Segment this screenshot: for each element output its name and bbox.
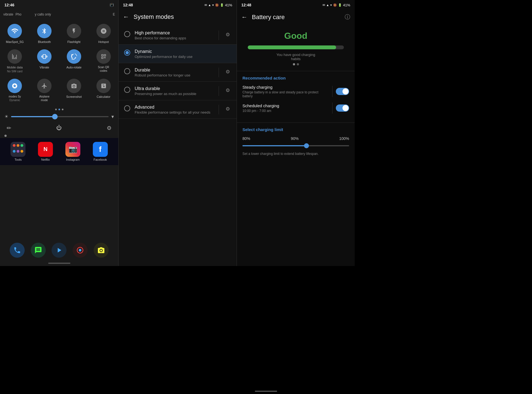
app-netflix[interactable]: N Netflix xyxy=(38,142,53,161)
back-btn-p2[interactable]: ← xyxy=(123,13,129,21)
limit-thumb[interactable] xyxy=(304,143,309,148)
mobiledata-label: Mobile data xyxy=(7,65,23,69)
mode-list: High performance Best choice for demandi… xyxy=(119,26,237,119)
limit-fill xyxy=(242,145,306,146)
battery-bar-fill xyxy=(248,45,336,49)
mode-desc-dynamic: Optimized performance for daily use xyxy=(135,55,231,59)
charging-limit-section: Select charging limit 80% 90% 100% Set a… xyxy=(237,123,355,160)
mode-text-durable: Durable Robust performance for longer us… xyxy=(135,68,213,77)
mode-high-performance[interactable]: High performance Best choice for demandi… xyxy=(119,26,237,45)
battery-desc: You have good charging habits xyxy=(242,53,349,61)
screenshot-label: Screenshot xyxy=(66,95,82,99)
toggle-qr[interactable]: Scan QRcodes xyxy=(89,47,118,76)
quick-toggles-grid: MaxSpot_5G Bluetooth Flashlight xyxy=(0,19,118,107)
nosim-icon-p3: 🔕 xyxy=(333,3,337,7)
power-btn[interactable]: ⏻ xyxy=(56,125,62,131)
qr-label: Scan QRcodes xyxy=(98,65,109,73)
mode-name-ultra-durable: Ultra durable xyxy=(135,86,213,91)
wifi-icon-p3: ▾ xyxy=(330,3,332,7)
mode-durable[interactable]: Durable Robust performance for longer us… xyxy=(119,63,237,82)
notif-bar: vibrate Pho y calls only E xyxy=(0,10,118,19)
tools-label: Tools xyxy=(15,158,22,161)
scheduled-charging-name: Scheduled charging xyxy=(242,103,329,108)
toggle-airplane[interactable]: Airplanemode xyxy=(30,76,59,105)
bluetooth-icon xyxy=(37,24,52,38)
calculator-label: Calculator xyxy=(97,95,111,99)
recommended-title: Recommended action xyxy=(242,76,349,80)
toggle-wifi[interactable]: MaxSpot_5G xyxy=(0,21,30,47)
instagram-label: Instagram xyxy=(66,158,80,161)
gear-btn-ultra-durable[interactable]: ⚙ xyxy=(224,86,231,94)
lock-dot-row xyxy=(0,134,118,138)
battery-care-header: ← Battery care ⓘ xyxy=(237,10,355,24)
airplane-label: Airplanemode xyxy=(39,95,50,102)
steady-charging-toggle[interactable] xyxy=(336,88,349,95)
status-bar-p1: 12:46 📳 xyxy=(0,0,118,10)
dock-messages[interactable] xyxy=(31,243,46,258)
gear-btn-durable[interactable]: ⚙ xyxy=(224,68,231,76)
brightness-row: ☀ ▾ xyxy=(0,112,118,121)
gear-btn-high-perf[interactable]: ⚙ xyxy=(224,30,231,39)
battery-status-section: Good You have good charging habits xyxy=(237,24,355,71)
back-btn-p3[interactable]: ← xyxy=(241,14,247,21)
app-tools[interactable]: Tools xyxy=(11,142,25,161)
dock-chrome[interactable] xyxy=(73,243,88,258)
signal-icon-p2: ▲ xyxy=(208,3,211,7)
mode-desc-ultra-durable: Preserving power as much as possible xyxy=(135,92,213,96)
gear-btn-advanced[interactable]: ⚙ xyxy=(224,105,231,113)
flashlight-icon xyxy=(67,24,81,38)
phone-label: Pho xyxy=(16,12,21,16)
toggle-mobiledata[interactable]: Mobile data No SIM card xyxy=(0,47,30,76)
toggle-modes[interactable]: modes Sy Dynamic xyxy=(0,76,30,105)
limit-100: 100% xyxy=(339,136,349,141)
hotspot-icon xyxy=(96,24,111,38)
dot-2 xyxy=(58,109,60,110)
status-bar-p3: 12:48 ✉ ▲ ▾ 🔕 🔋 41% xyxy=(237,0,355,10)
recommended-section: Recommended action Steady charging Charg… xyxy=(237,71,355,123)
status-icons-p2: ✉ ▲ ▾ 🔕 🔋 41% xyxy=(204,3,232,7)
battery-icon-p3: 🔋 xyxy=(338,3,342,7)
settings-btn[interactable]: ⚙ xyxy=(107,125,112,131)
dock-camera[interactable] xyxy=(94,243,109,258)
scheduled-charging-desc: 10:00 pm - 7:00 am xyxy=(242,109,329,113)
mode-ultra-durable[interactable]: Ultra durable Preserving power as much a… xyxy=(119,82,237,100)
msg-icon-p2: ✉ xyxy=(204,3,207,7)
dot-1 xyxy=(55,109,57,110)
brightness-slider[interactable] xyxy=(11,116,109,117)
nosim-icon-p2: 🔕 xyxy=(215,3,219,7)
brightness-expand-btn[interactable]: ▾ xyxy=(111,114,114,120)
battery-pct-p2: 41% xyxy=(225,3,232,7)
msg-icon-p3: ✉ xyxy=(323,3,325,7)
toggle-bluetooth[interactable]: Bluetooth xyxy=(30,21,59,47)
wifi-label: MaxSpot_5G xyxy=(6,40,24,44)
extra-label: E xyxy=(113,12,115,16)
toggle-calculator[interactable]: Calculator xyxy=(89,76,118,105)
mode-advanced[interactable]: Advanced Flexible performance settings f… xyxy=(119,100,237,119)
battery-pct-p3: 41% xyxy=(343,3,350,7)
limit-80: 80% xyxy=(242,136,250,141)
mode-dynamic[interactable]: Dynamic Optimized performance for daily … xyxy=(119,45,237,63)
edit-btn[interactable]: ✏ xyxy=(7,125,11,131)
app-instagram[interactable]: 📷 Instagram xyxy=(65,142,80,161)
toggle-vibrate[interactable]: Vibrate xyxy=(30,47,59,76)
info-btn-p3[interactable]: ⓘ xyxy=(345,13,350,21)
autorotate-icon xyxy=(67,49,81,64)
toggle-hotspot[interactable]: Hotspot xyxy=(89,21,118,47)
toggle-autorotate[interactable]: Auto-rotate xyxy=(59,47,89,76)
autorotate-label: Auto-rotate xyxy=(66,65,81,69)
page-indicator xyxy=(242,63,349,65)
dock-phone[interactable] xyxy=(10,243,25,258)
toggle-flashlight[interactable]: Flashlight xyxy=(59,21,89,47)
limit-90: 90% xyxy=(291,136,299,141)
radio-ultra-durable xyxy=(124,87,130,93)
dock-play[interactable] xyxy=(52,243,66,258)
scheduled-charging-toggle[interactable] xyxy=(336,104,349,112)
system-modes-header: ← System modes xyxy=(119,10,237,24)
status-icons-p3: ✉ ▲ ▾ 🔕 🔋 41% xyxy=(323,3,350,7)
mode-desc-advanced: Flexible performance settings for all yo… xyxy=(135,110,213,114)
toggle-screenshot[interactable]: Screenshot xyxy=(59,76,89,105)
facebook-icon: f xyxy=(93,142,108,157)
limit-note: Set a lower charging limit to extend bat… xyxy=(242,152,349,156)
mode-text-dynamic: Dynamic Optimized performance for daily … xyxy=(135,49,231,59)
app-facebook[interactable]: f Facebook xyxy=(93,142,108,161)
